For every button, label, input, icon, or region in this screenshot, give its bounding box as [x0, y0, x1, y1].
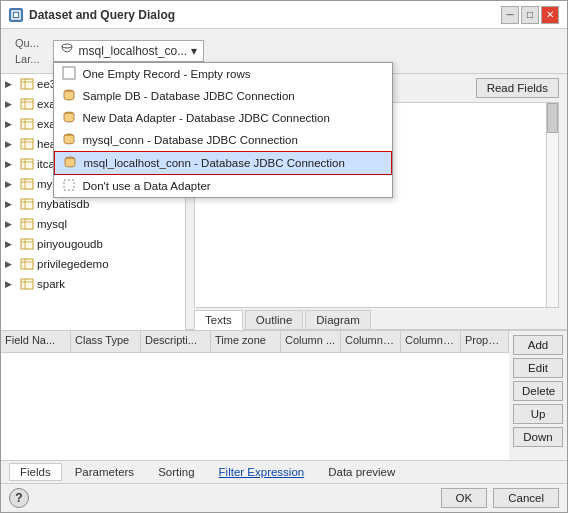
svg-rect-30: [21, 219, 33, 229]
ok-button[interactable]: OK: [441, 488, 488, 508]
maximize-button[interactable]: □: [521, 6, 539, 24]
datasource-dropdown-container: msql_localhost_co... ▾ One Empty Record …: [53, 40, 203, 62]
datasource-dropdown-menu: One Empty Record - Empty rows Sample DB …: [53, 62, 393, 198]
svg-rect-3: [63, 67, 75, 79]
scrollbar-thumb: [547, 103, 558, 133]
svg-rect-1: [14, 13, 18, 17]
tree-chevron: ▶: [5, 139, 17, 149]
title-bar: Dataset and Query Dialog ─ □ ✕: [1, 1, 567, 29]
th-timezone: Time zone: [211, 331, 281, 352]
window-icon: [9, 8, 23, 22]
th-column3: Column i...: [401, 331, 461, 352]
db-table-icon: [20, 217, 34, 231]
no-adapter-icon: [62, 178, 76, 194]
db-table-icon: [20, 257, 34, 271]
read-fields-button[interactable]: Read Fields: [476, 78, 559, 98]
tab-diagram[interactable]: Diagram: [305, 310, 370, 329]
empty-record-icon: [62, 66, 76, 82]
tree-item-label: mysql: [37, 218, 67, 230]
tree-item-spark[interactable]: ▶ spark: [1, 274, 185, 294]
svg-rect-33: [21, 239, 33, 249]
bottom-section: Field Na... Class Type Descripti... Time…: [1, 330, 567, 460]
db-icon-1: [62, 88, 76, 104]
dropdown-item-empty[interactable]: One Empty Record - Empty rows: [54, 63, 392, 85]
tree-item-label: mybatisdb: [37, 198, 89, 210]
title-bar-left: Dataset and Query Dialog: [9, 8, 175, 22]
cancel-button[interactable]: Cancel: [493, 488, 559, 508]
side-buttons: Add Edit Delete Up Down: [509, 331, 567, 460]
db-table-icon: [20, 117, 34, 131]
delete-button[interactable]: Delete: [513, 381, 563, 401]
db-table-icon: [20, 77, 34, 91]
svg-rect-15: [21, 119, 33, 129]
svg-rect-9: [21, 79, 33, 89]
minimize-button[interactable]: ─: [501, 6, 519, 24]
content-area: Qu... Lar... msql_localhost_co... ▾: [1, 29, 567, 512]
tab-texts[interactable]: Texts: [194, 310, 243, 330]
add-button[interactable]: Add: [513, 335, 563, 355]
dialog-window: Dataset and Query Dialog ─ □ ✕ Qu... Lar…: [0, 0, 568, 513]
dropdown-item-sampledb[interactable]: Sample DB - Database JDBC Connection: [54, 85, 392, 107]
svg-rect-27: [21, 199, 33, 209]
db-table-icon: [20, 197, 34, 211]
tree-chevron: ▶: [5, 159, 17, 169]
svg-rect-18: [21, 139, 33, 149]
dropdown-selected-text: msql_localhost_co... ▾: [78, 44, 196, 58]
db-table-icon: [20, 277, 34, 291]
th-field-name: Field Na...: [1, 331, 71, 352]
close-button[interactable]: ✕: [541, 6, 559, 24]
svg-rect-24: [21, 179, 33, 189]
tree-item-mysql[interactable]: ▶ mysql: [1, 214, 185, 234]
dropdown-icon: [60, 43, 74, 60]
down-button[interactable]: Down: [513, 427, 563, 447]
dropdown-item-mysqlconn[interactable]: mysql_conn - Database JDBC Connection: [54, 129, 392, 151]
dropdown-item-newadapter[interactable]: New Data Adapter - Database JDBC Connect…: [54, 107, 392, 129]
tab-outline[interactable]: Outline: [245, 310, 303, 329]
tree-chevron: ▶: [5, 119, 17, 129]
tree-chevron: ▶: [5, 219, 17, 229]
action-right: OK Cancel: [441, 488, 559, 508]
dropdown-item-noadapter[interactable]: Don't use a Data Adapter: [54, 175, 392, 197]
help-button[interactable]: ?: [9, 488, 29, 508]
edit-button[interactable]: Edit: [513, 358, 563, 378]
window-title: Dataset and Query Dialog: [29, 8, 175, 22]
th-properties: Properties: [461, 331, 509, 352]
tree-item-label: privilegedemo: [37, 258, 109, 270]
table-header: Field Na... Class Type Descripti... Time…: [1, 331, 509, 353]
db-icon-2: [62, 110, 76, 126]
datasource-dropdown-button[interactable]: msql_localhost_co... ▾: [53, 40, 203, 62]
th-column2: Column I...: [341, 331, 401, 352]
tree-item-pinyougoudb[interactable]: ▶ pinyougoudb: [1, 234, 185, 254]
footer-tab-preview[interactable]: Data preview: [317, 463, 406, 481]
right-scrollbar[interactable]: [546, 103, 558, 307]
footer-tab-parameters[interactable]: Parameters: [64, 463, 145, 481]
svg-rect-12: [21, 99, 33, 109]
svg-rect-21: [21, 159, 33, 169]
footer-tab-sorting[interactable]: Sorting: [147, 463, 205, 481]
left-labels: Qu... Lar...: [9, 33, 45, 69]
db-table-icon: [20, 237, 34, 251]
footer-tab-fields[interactable]: Fields: [9, 463, 62, 481]
svg-point-2: [62, 44, 72, 48]
footer-tab-filter[interactable]: Filter Expression: [208, 463, 316, 481]
dropdown-item-msqlconn[interactable]: msql_localhost_conn - Database JDBC Conn…: [54, 151, 392, 175]
up-button[interactable]: Up: [513, 404, 563, 424]
tree-item-privilegedemo[interactable]: ▶ privilegedemo: [1, 254, 185, 274]
th-class-type: Class Type: [71, 331, 141, 352]
svg-rect-39: [21, 279, 33, 289]
tree-chevron: ▶: [5, 99, 17, 109]
db-table-icon: [20, 137, 34, 151]
footer-tabs: Fields Parameters Sorting Filter Express…: [1, 460, 567, 483]
top-section: Qu... Lar... msql_localhost_co... ▾: [1, 29, 567, 74]
lang-label: Lar...: [9, 51, 45, 67]
table-body[interactable]: [1, 353, 509, 460]
db-table-icon: [20, 157, 34, 171]
tree-chevron: ▶: [5, 259, 17, 269]
db-icon-4: [63, 155, 77, 171]
table-area: Field Na... Class Type Descripti... Time…: [1, 331, 509, 460]
tree-chevron: ▶: [5, 79, 17, 89]
tree-chevron: ▶: [5, 179, 17, 189]
tree-item-label: spark: [37, 278, 65, 290]
action-bar: ? OK Cancel: [1, 483, 567, 512]
tree-chevron: ▶: [5, 199, 17, 209]
